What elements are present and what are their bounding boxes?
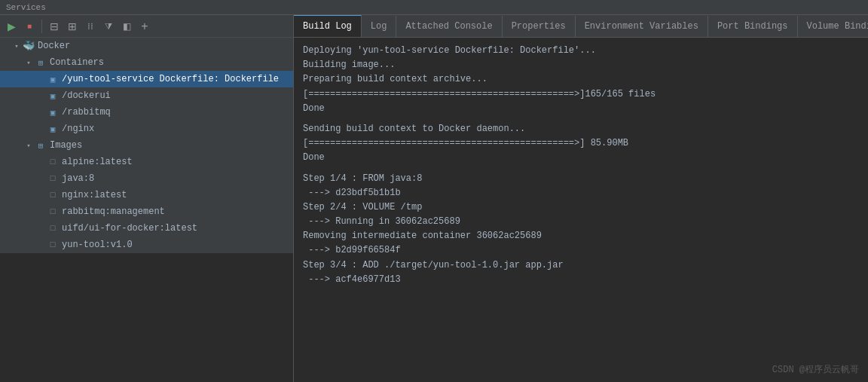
docker-icon: 🐳 xyxy=(23,40,35,52)
alpine-icon: □ xyxy=(47,156,59,168)
log-content: Deploying 'yun-tool-service Dockerfile: … xyxy=(294,38,868,382)
services-tree: 🐳 Docker ⊞ Containers ▣ /yun-tool-servic… xyxy=(0,38,294,253)
layout-button[interactable]: ⊟ xyxy=(46,18,63,35)
yun-tool-img-icon: □ xyxy=(47,239,59,251)
tree-item-containers[interactable]: ⊞ Containers xyxy=(0,54,293,71)
tree-item-dockerui[interactable]: ▣ /dockerui xyxy=(0,87,293,104)
group-button[interactable]: ⁞⁞ xyxy=(82,18,99,35)
nginx-icon: ▣ xyxy=(47,123,59,135)
left-panel: ▶ ■ ⊟ ⊞ ⁞⁞ ⧩ ◧ + xyxy=(0,15,294,382)
yun-tool-label: /yun-tool-service Dockerfile: Dockerfile xyxy=(62,74,279,84)
log-line: Building image... xyxy=(303,58,859,72)
layout2-icon: ⊞ xyxy=(68,20,77,32)
dockerui-icon: ▣ xyxy=(47,90,59,102)
tab-log-label: Log xyxy=(371,21,387,32)
run-button[interactable]: ▶ xyxy=(3,18,20,35)
java8-label: java:8 xyxy=(62,173,94,184)
log-line: ---> acf4e6977d13 xyxy=(303,273,859,287)
more-button[interactable]: ◧ xyxy=(118,18,135,35)
log-line: Step 1/4 : FROM java:8 xyxy=(303,172,859,186)
log-line: Done xyxy=(303,151,859,165)
images-icon: ⊞ xyxy=(35,139,47,151)
images-arrow xyxy=(24,141,33,150)
log-line: [=======================================… xyxy=(303,136,859,151)
tree-item-images[interactable]: ⊞ Images xyxy=(0,137,293,154)
tab-port-bindings[interactable]: Port Bindings xyxy=(708,16,798,37)
tree-item-rabbitmq[interactable]: ▣ /rabbitmq xyxy=(0,104,293,121)
log-line: ---> b2d99f66584f xyxy=(303,243,859,258)
tree-item-rabbitmq-mgmt[interactable]: □ rabbitmq:management xyxy=(0,203,293,220)
rabbitmq-label: /rabbitmq xyxy=(62,107,111,118)
group-icon: ⁞⁞ xyxy=(87,21,93,32)
watermark: CSDN @程序员云帆哥 xyxy=(772,363,859,376)
log-line xyxy=(303,116,859,122)
title-text: Services xyxy=(6,3,46,12)
tab-volume-bindings[interactable]: Volume Bindings xyxy=(798,16,868,37)
log-line: Step 2/4 : VOLUME /tmp xyxy=(303,200,859,215)
tab-properties-label: Properties xyxy=(512,21,566,32)
sidebar-toolbar: ▶ ■ ⊟ ⊞ ⁞⁞ ⧩ ◧ + xyxy=(0,15,293,38)
stop-icon: ■ xyxy=(27,22,32,30)
rabbitmq-mgmt-label: rabbitmq:management xyxy=(62,206,165,217)
log-line: Step 3/4 : ADD ./target/yun-tool-1.0.jar… xyxy=(303,258,859,273)
log-line: Done xyxy=(303,102,859,116)
more-icon: ◧ xyxy=(123,21,131,32)
log-line: ---> Running in 36062ac25689 xyxy=(303,215,859,229)
filter-button[interactable]: ⧩ xyxy=(100,18,117,35)
tab-build-log[interactable]: Build Log xyxy=(294,15,362,37)
java8-icon: □ xyxy=(47,173,59,185)
docker-label: Docker xyxy=(38,41,70,51)
add-icon: + xyxy=(141,20,148,33)
uifd-label: uifd/ui-for-docker:latest xyxy=(62,223,197,234)
tab-attached-console-label: Attached Console xyxy=(405,21,492,32)
main-layout: ▶ ■ ⊟ ⊞ ⁞⁞ ⧩ ◧ + xyxy=(0,15,868,382)
log-line xyxy=(303,166,859,172)
tree-item-java8[interactable]: □ java:8 xyxy=(0,170,293,187)
nginx-label: /nginx xyxy=(62,124,94,134)
tab-env-vars[interactable]: Environment Variables xyxy=(576,16,708,37)
toolbar-sep-1 xyxy=(41,20,42,33)
tree-item-uifd[interactable]: □ uifd/ui-for-docker:latest xyxy=(0,220,293,237)
nginx-latest-label: nginx:latest xyxy=(62,190,127,200)
log-line: ---> d23bdf5b1b1b xyxy=(303,186,859,200)
stop-button[interactable]: ■ xyxy=(21,18,38,35)
uifd-icon: □ xyxy=(47,222,59,234)
add-button[interactable]: + xyxy=(136,18,153,35)
layout-icon: ⊟ xyxy=(50,20,59,32)
images-label: Images xyxy=(50,140,82,151)
tab-build-log-label: Build Log xyxy=(303,21,352,32)
filter-icon: ⧩ xyxy=(105,21,112,32)
containers-icon: ⊞ xyxy=(35,57,47,69)
containers-label: Containers xyxy=(50,57,104,68)
dockerui-label: /dockerui xyxy=(62,90,111,101)
yun-tool-img-label: yun-tool:v1.0 xyxy=(62,240,133,250)
tab-env-vars-label: Environment Variables xyxy=(585,21,698,32)
watermark-text: CSDN @程序员云帆哥 xyxy=(772,365,859,375)
tab-log[interactable]: Log xyxy=(362,16,397,37)
nginx-latest-icon: □ xyxy=(47,189,59,201)
log-line: Preparing build context archive... xyxy=(303,72,859,87)
docker-arrow xyxy=(12,41,21,50)
layout2-button[interactable]: ⊞ xyxy=(64,18,81,35)
tabs-bar: Build Log Log Attached Console Propertie… xyxy=(294,15,868,38)
title-bar: Services xyxy=(0,0,868,15)
log-line: Deploying 'yun-tool-service Dockerfile: … xyxy=(303,44,859,58)
log-line: Sending build context to Docker daemon..… xyxy=(303,122,859,136)
tree-item-yun-tool-img[interactable]: □ yun-tool:v1.0 xyxy=(0,237,293,253)
tree-item-nginx-latest[interactable]: □ nginx:latest xyxy=(0,187,293,203)
rabbitmq-mgmt-icon: □ xyxy=(47,206,59,218)
tree-item-alpine[interactable]: □ alpine:latest xyxy=(0,154,293,170)
yun-tool-icon: ▣ xyxy=(47,73,59,85)
right-panel: Build Log Log Attached Console Propertie… xyxy=(294,15,868,382)
rabbitmq-icon: ▣ xyxy=(47,106,59,118)
tab-attached-console[interactable]: Attached Console xyxy=(396,16,502,37)
tree-item-yun-tool[interactable]: ▣ /yun-tool-service Dockerfile: Dockerfi… xyxy=(0,71,293,87)
tree-item-nginx[interactable]: ▣ /nginx xyxy=(0,121,293,137)
tree-item-docker[interactable]: 🐳 Docker xyxy=(0,38,293,54)
log-line: [=======================================… xyxy=(303,87,859,102)
log-line: Removing intermediate container 36062ac2… xyxy=(303,229,859,243)
containers-arrow xyxy=(24,58,33,67)
tab-volume-bindings-label: Volume Bindings xyxy=(807,21,868,32)
run-icon: ▶ xyxy=(8,20,16,32)
tab-properties[interactable]: Properties xyxy=(503,16,576,37)
